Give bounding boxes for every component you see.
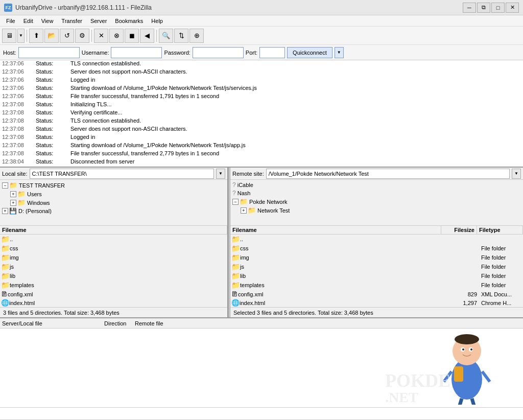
remote-file-name: templates [240,282,450,288]
site-manager-button[interactable]: 🖥 [2,29,16,43]
local-tree-item[interactable]: +📁Windows [1,198,226,207]
parent-folder-icon: 📁 [1,235,10,243]
site-panels: Local site: ▼ −📁TEST TRANSFER+📁Users+📁Wi… [0,168,523,318]
local-file-row[interactable]: 📁lib [0,271,227,281]
tree-expand-icon[interactable]: + [2,208,8,214]
remote-tree-item[interactable]: −📁Pokde Network [231,197,522,206]
back-button[interactable]: ◀ [140,29,154,43]
menu-file[interactable]: File [2,17,19,25]
maximize-button[interactable]: □ [491,3,505,13]
menu-view[interactable]: View [37,17,58,25]
remote-file-row[interactable]: 📁templatesFile folder [230,281,523,290]
local-filename-header[interactable]: Filename [0,226,227,234]
queue-scroll-area[interactable] [0,408,523,420]
local-path-input[interactable] [30,169,214,179]
local-file-row[interactable]: 📁.. [0,235,227,244]
local-file-row[interactable]: 🌐index.html [0,298,227,307]
local-path-dropdown[interactable]: ▼ [216,169,225,179]
remote-file-row[interactable]: 🖹config.xml829XML Docu... [230,290,523,298]
remote-file-row[interactable]: 📁libFile folder [230,271,523,281]
folder-icon: 📁 [240,198,248,205]
local-file-row[interactable]: 🖹config.xml [0,290,227,298]
resize-button[interactable]: ⧉ [477,3,490,13]
quickconnect-button[interactable]: Quickconnect [287,47,332,58]
remote-file-row[interactable]: 📁imgFile folder [230,253,523,262]
local-tree[interactable]: −📁TEST TRANSFER+📁Users+📁Windows+💾D: (Per… [0,180,227,226]
tree-expand-icon[interactable]: + [10,191,16,197]
quickconnect-dropdown[interactable]: ▼ [335,47,344,58]
folder-icon: 📁 [17,199,26,206]
folder-icon: 📁 [1,253,10,262]
tree-expand-icon[interactable]: − [2,182,8,189]
local-file-row[interactable]: 📁css [0,244,227,253]
close-button[interactable]: ✕ [506,3,519,13]
remote-panel: Remote site: ▼ ?iCable?Nash−📁Pokde Netwo… [230,168,523,317]
transfer-content[interactable] [0,329,523,408]
remote-path-input[interactable] [266,169,510,179]
menu-transfer[interactable]: Transfer [57,17,86,25]
menu-help[interactable]: Help [147,17,167,25]
remote-file-row[interactable]: 🌐index.html1,297Chrome H... [230,298,523,307]
remote-tree-item[interactable]: ?Nash [231,189,522,197]
log-entry: 12:37:08Status:Logged in [2,133,521,141]
local-files[interactable]: Filename 📁..📁css📁img📁js📁lib📁templates🖹co… [0,226,227,307]
local-site-bar: Local site: ▼ [0,168,227,180]
disconnect-button[interactable]: ✕ [94,29,108,43]
host-label: Host: [3,50,16,56]
cancel-button[interactable]: ⊗ [109,29,124,43]
remote-files[interactable]: Filename Filesize Filetype 📁..📁cssFile f… [230,226,523,307]
toolbar-sep-1 [27,30,27,42]
title-bar-left: FZ UrbanifyDrive - urbanify@192.168.1.11… [4,4,152,12]
remote-tree-item[interactable]: ?iCable [231,181,522,189]
minimize-button[interactable]: ─ [463,3,476,13]
process-queue-button[interactable]: ⬆ [29,29,43,43]
toggle-dir-button[interactable]: ⇅ [174,29,188,43]
log-entry: 12:37:08Status:Initializing TLS... [2,100,521,108]
port-input[interactable] [259,47,285,58]
add-bookmark-button[interactable]: ⊕ [189,29,204,43]
open-local-button[interactable]: 📂 [44,29,59,43]
remote-files-header: Filename Filesize Filetype [230,226,523,235]
port-label: Port: [246,50,257,56]
site-manager-dropdown[interactable]: ▼ [17,29,25,43]
tree-expand-icon[interactable]: − [232,199,239,205]
username-input[interactable] [111,47,162,58]
filter-button[interactable]: 🔍 [159,29,173,43]
folder-icon: 📁 [9,181,17,189]
menu-server[interactable]: Server [86,17,111,25]
remote-filetype-header[interactable]: Filetype [477,226,523,234]
menu-bookmarks[interactable]: Bookmarks [111,17,147,25]
remote-file-type: File folder [481,264,522,270]
password-input[interactable] [193,47,244,58]
tree-expand-icon[interactable]: + [241,207,247,214]
menu-edit[interactable]: Edit [19,17,37,25]
remote-file-row[interactable]: 📁jsFile folder [230,262,523,271]
remote-filename-header[interactable]: Filename [230,226,441,234]
remote-filesize-header[interactable]: Filesize [441,226,477,234]
tree-expand-icon[interactable]: + [10,200,16,206]
remote-tree-item[interactable]: +📁Network Test [231,206,522,215]
toolbar-sep-2 [91,30,92,42]
local-file-row[interactable]: 📁js [0,262,227,271]
log-entry: 12:37:08Status:Starting download of /Vol… [2,141,521,149]
remote-file-rows: 📁..📁cssFile folder📁imgFile folder📁jsFile… [230,235,523,307]
remote-file-row[interactable]: 📁.. [230,235,523,244]
log-entry: 12:37:06Status:Logged in [2,76,521,84]
folder-icon: 📁 [1,281,10,289]
refresh-button[interactable]: ↺ [60,29,74,43]
remote-file-row[interactable]: 📁cssFile folder [230,244,523,253]
log-panel[interactable]: 12:37:04Status:File transfer successful,… [0,60,523,168]
local-tree-item[interactable]: −📁TEST TRANSFER [1,181,226,190]
local-file-row[interactable]: 📁img [0,253,227,262]
tree-item-label: Nash [237,190,251,196]
host-input[interactable] [18,47,80,58]
reconnect-button[interactable]: ⚙ [75,29,89,43]
stop-button[interactable]: ◼ [125,29,139,43]
local-file-row[interactable]: 📁templates [0,281,227,290]
local-tree-item[interactable]: +📁Users [1,190,226,198]
html-icon: 🌐 [231,299,240,307]
remote-path-dropdown[interactable]: ▼ [512,169,521,179]
local-tree-item[interactable]: +💾D: (Personal) [1,207,226,215]
log-entries: 12:37:04Status:File transfer successful,… [2,60,521,166]
remote-tree[interactable]: ?iCable?Nash−📁Pokde Network+📁Network Tes… [230,180,523,226]
